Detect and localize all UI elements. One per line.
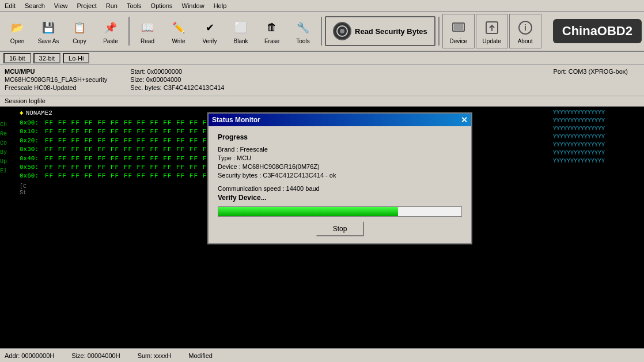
toolbar-sep-2 (321, 17, 322, 46)
menu-tools[interactable]: Tools (124, 2, 144, 10)
label-ch: Ch (0, 120, 16, 129)
16bit-button[interactable]: 16-bit (3, 53, 31, 63)
erase-icon: 🗑 (263, 18, 281, 37)
write-icon: ✏️ (169, 18, 188, 37)
progress-bar-fill (218, 207, 398, 216)
progress-section-label: Progress (218, 133, 462, 141)
erase-button[interactable]: 🗑 Erase (257, 14, 287, 48)
verify-button[interactable]: ✔ Verify (195, 14, 225, 48)
list-item: YYYYYYYYYYYYYYY (553, 133, 643, 141)
label-up: Up (0, 157, 16, 166)
copy-button[interactable]: 📋 Copy (65, 14, 94, 48)
left-labels: Ch Re Co By Up El (0, 107, 16, 348)
open-icon: 📂 (8, 18, 26, 37)
update-button[interactable]: Update (476, 14, 508, 48)
status-size: Size: 00004000H (71, 352, 120, 359)
about-icon: i (516, 18, 535, 37)
hex-addr: 0x10: (20, 127, 41, 136)
mcu-start: Start: 0x00000000 (130, 68, 224, 75)
read-security-button[interactable]: Read Security Bytes (325, 16, 435, 46)
security-icon (333, 22, 351, 40)
menu-project[interactable]: Project (74, 2, 99, 10)
status-monitor-dialog: Status Monitor ✕ Progress Brand : Freesc… (207, 112, 472, 244)
list-item: YYYYYYYYYYYYYYY (553, 125, 643, 133)
paste-button[interactable]: 📌 Paste (96, 14, 126, 48)
menu-search[interactable]: Search (22, 2, 47, 10)
hex-addr: 0x50: (20, 163, 41, 172)
stop-button[interactable]: Stop (316, 221, 365, 236)
menu-options[interactable]: Options (149, 2, 175, 10)
hex-addr: 0x00: (20, 119, 41, 127)
32bit-button[interactable]: 32-bit (33, 53, 61, 63)
session-logfile-label: Session logfile (0, 96, 644, 107)
toolbar: 📂 Open 💾 Save As 📋 Copy 📌 Paste 📖 Read ✏… (0, 12, 644, 52)
device-info: Device : MC68HC908GR16(0M76Z) (218, 163, 462, 170)
tools-icon: 🔧 (294, 18, 312, 37)
menu-view[interactable]: View (52, 2, 70, 10)
status-monitor-title: Status Monitor (212, 116, 260, 124)
mcu-sec: Sec. bytes: C3F4C412C413C414 (130, 84, 224, 91)
menu-edit[interactable]: Edit (2, 2, 18, 10)
mcu-size: Size: 0x00004000 (130, 76, 224, 83)
menu-help[interactable]: Help (211, 2, 229, 10)
hex-addr: 0x40: (20, 154, 41, 163)
hex-addr: 0x30: (20, 145, 41, 154)
about-button[interactable]: i About (509, 14, 541, 48)
verify-icon: ✔ (200, 18, 219, 37)
read-button[interactable]: 📖 Read (132, 14, 162, 48)
svg-text:i: i (524, 23, 526, 32)
toolbar-sep-1 (128, 17, 130, 46)
device-button[interactable]: Device (442, 14, 475, 48)
matrix-rows: YYYYYYYYYYYYYYYYYYYYYYYYYYYYYYYYYYYYYYYY… (553, 109, 643, 165)
status-monitor-body: Progress Brand : Freescale Type : MCU De… (209, 126, 471, 243)
status-monitor-titlebar: Status Monitor ✕ (209, 114, 471, 126)
mcu-bar: MCU/MPU MC68HC908GR16_FLASH+security Fre… (0, 65, 644, 96)
label-by: By (0, 148, 16, 157)
security-info: Security bytes : C3F4C412C413C414 - ok (218, 172, 462, 179)
list-item: YYYYYYYYYYYYYYY (553, 141, 643, 149)
main-content: Ch Re Co By Up El ✱ NONAME2 0x00:FF FF F… (0, 107, 644, 348)
tools-button[interactable]: 🔧 Tools (288, 14, 318, 48)
svg-rect-3 (454, 24, 463, 30)
mcu-details: Start: 0x00000000 Size: 0x00004000 Sec. … (130, 68, 224, 91)
svg-point-1 (340, 29, 344, 33)
bit-selector: 16-bit 32-bit Lo-Hi (0, 52, 644, 65)
comm-speed-info: Communication speed : 14400 baud (218, 185, 462, 192)
matrix-panel: YYYYYYYYYYYYYYYYYYYYYYYYYYYYYYYYYYYYYYYY… (552, 107, 644, 348)
menu-window[interactable]: Window (180, 2, 207, 10)
list-item: YYYYYYYYYYYYYYY (553, 149, 643, 157)
list-item: YYYYYYYYYYYYYYY (553, 109, 643, 117)
write-button[interactable]: ✏️ Write (164, 14, 194, 48)
lohi-button[interactable]: Lo-Hi (63, 53, 89, 63)
save-as-button[interactable]: 💾 Save As (33, 14, 63, 48)
mcu-desc: Freescale HC08-Updated (5, 84, 107, 91)
verify-label: Verify Device... (218, 194, 462, 202)
progress-bar-container (218, 206, 462, 217)
mcu-section-label: MCU/MPU (5, 68, 107, 75)
menu-bar: Edit Search View Project Run Tools Optio… (0, 0, 644, 12)
china-obd2-badge: ChinaOBD2 (553, 19, 642, 43)
status-bar: Addr: 00000000H Size: 00004000H Sum: xxx… (0, 348, 644, 362)
mcu-section: MCU/MPU MC68HC908GR16_FLASH+security Fre… (5, 68, 107, 91)
list-item: YYYYYYYYYYYYYYY (553, 117, 643, 125)
brand-info: Brand : Freescale (218, 146, 462, 153)
list-item: YYYYYYYYYYYYYYY (553, 157, 643, 165)
paste-icon: 📌 (101, 18, 120, 37)
port-label: Port: COM3 (XPROG-box) (553, 68, 628, 75)
blank-icon: ⬜ (232, 18, 250, 37)
blank-button[interactable]: ⬜ Blank (226, 14, 256, 48)
read-icon: 📖 (138, 18, 157, 37)
type-info: Type : MCU (218, 154, 462, 161)
menu-run[interactable]: Run (104, 2, 120, 10)
close-button[interactable]: ✕ (461, 115, 468, 125)
open-button[interactable]: 📂 Open (2, 14, 32, 48)
hex-addr: 0x20: (20, 137, 41, 145)
status-sum: Sum: xxxxH (138, 352, 172, 359)
port-info: Port: COM3 (XPROG-box) (553, 68, 639, 75)
status-addr: Addr: 00000000H (5, 352, 54, 359)
stop-button-row: Stop (218, 221, 462, 236)
update-icon (483, 18, 501, 37)
label-re: Re (0, 130, 16, 138)
copy-icon: 📋 (70, 18, 89, 37)
toolbar-sep-3 (438, 17, 440, 46)
